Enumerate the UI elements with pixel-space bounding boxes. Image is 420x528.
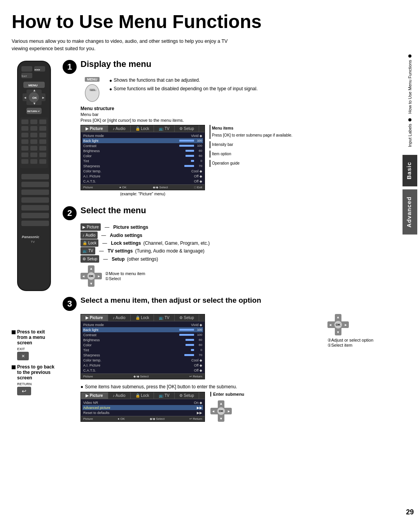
step1-inner: MENU MENU ● Shows (80, 77, 373, 103)
svg-text:▪: ▪ (22, 74, 23, 76)
svg-rect-28 (39, 133, 46, 137)
menu-bar-label: Menu bar (80, 112, 373, 117)
sub-dpad-left: ◄ (212, 409, 215, 413)
sub-tab-picture: ▶ Picture (81, 392, 108, 399)
menu-row-colortemp: Color temp.Cool ◆ (82, 168, 203, 174)
svg-text:OK: OK (32, 96, 37, 100)
remote-svg: EXIT ▪ ▶▶▶ MENU OK ▲ ▼ ◄ ► (12, 59, 56, 324)
page-number: 29 (406, 508, 414, 516)
s3-row-sharpness: Sharpness70 (82, 353, 203, 358)
menu-row-mode: Picture modeVivid ◆ (82, 133, 203, 138)
submenu-bottom-area: ▶ Picture ♪ Audio 🔒 Lock 📺 TV ⚙ Setup Vi… (80, 392, 373, 422)
sub-row-videonr: Video NROn ◆ (82, 400, 203, 405)
menu-tab-audio: ♪ Audio (108, 125, 131, 132)
svg-rect-44 (21, 197, 49, 203)
sub-dpad-right: ► (227, 409, 231, 413)
s3-row-brightness: Brightness60 (82, 337, 203, 342)
return-button-icon[interactable]: ↩ (17, 387, 31, 395)
dpad-up-arrow: ▲ (89, 267, 93, 270)
menu-structure-title: Menu structure (80, 106, 373, 111)
item-option-callout: Item option (210, 151, 292, 158)
s3-row-cats: C.A.T.S.Off ◆ (82, 368, 203, 373)
svg-point-50 (85, 84, 99, 102)
press-exit-label: Press to exit from a menu screen (12, 329, 56, 346)
menu-tab-tv: 📺 TV (154, 125, 174, 132)
sub-tab-tv: 📺 TV (154, 392, 174, 399)
svg-rect-27 (30, 133, 37, 137)
s3-row-backlight: Back light100 (82, 327, 203, 332)
s3-row-color: Color60 (82, 342, 203, 347)
step1-title: Display the menu (80, 59, 151, 69)
svg-text:MENU: MENU (91, 89, 96, 91)
svg-rect-29 (21, 139, 28, 144)
enter-submenu-area: Enter submenu OK ▲ ▼ ◄ ► (210, 392, 244, 422)
step3-tab-audio: ♪ Audio (108, 314, 131, 321)
adjust-labels: ②Adjust or select option ①Select item (327, 338, 373, 348)
step1-header: 1 Display the menu (63, 59, 373, 74)
submenu-bullet: ● (80, 384, 83, 389)
step3-header-row: 3 Select a menu item, then adjust or sel… (63, 296, 373, 311)
step3-dpad-down: ▼ (336, 330, 340, 334)
menu-row-tint: Tint 0 (82, 158, 203, 163)
sidebar-dot-1 (408, 54, 411, 58)
dpad-left-arrow: ◄ (82, 274, 85, 278)
content-col: 1 Display the menu MENU MENU (63, 59, 373, 422)
return-button-area: RETURN ↩ (17, 382, 56, 395)
svg-text:EXIT: EXIT (22, 75, 27, 77)
settings-item-tv: 📺 TV — TV settings (Tuning, Audio mode &… (80, 247, 373, 255)
sub-dpad-up: ▲ (219, 402, 223, 405)
s3-row-ai: A.I. PictureOff ◆ (82, 363, 203, 368)
menu-structure-area: Menu structure Menu bar Press [OK] or [r… (80, 106, 373, 196)
step3-title: Select a menu item, then adjust or selec… (80, 296, 261, 305)
svg-text:TV: TV (31, 240, 35, 244)
svg-rect-22 (39, 119, 46, 124)
right-callouts: Menu items Press [OK] to enter submenu p… (210, 125, 292, 167)
bullet-dot-1: ● (109, 77, 112, 84)
main-content: How to Use Menu Functions Various menus … (0, 0, 397, 528)
svg-rect-46 (21, 213, 49, 218)
step3-menu-content: Picture modeVivid ◆ Back light100 Contra… (81, 321, 205, 374)
svg-rect-41 (21, 174, 49, 179)
two-col-layout: EXIT ▪ ▶▶▶ MENU OK ▲ ▼ ◄ ► (12, 59, 373, 422)
sub-tab-setup: ⚙ Setup (175, 392, 199, 399)
dpad-move-label: ②Move to menu item ①Select (105, 271, 145, 281)
bullet-item-1: ● Shows the functions that can be adjust… (109, 77, 373, 84)
sub-tab-lock: 🔒 Lock (131, 392, 154, 399)
svg-rect-38 (21, 159, 28, 164)
exit-button-icon[interactable]: ✕ (17, 352, 29, 360)
step3-tab-tv: 📺 TV (154, 314, 174, 321)
menu-row-color: Color 60 (82, 153, 203, 158)
menu-row-sharpness: Sharpness 70 (82, 163, 203, 168)
menu-button-badge: MENU (85, 77, 100, 82)
sidebar-dot-2 (408, 118, 411, 121)
svg-text:RETURN ↩: RETURN ↩ (27, 110, 40, 112)
menu-mockup: ▶ Picture ♪ Audio 🔒 Lock 📺 TV ⚙ Setup (80, 125, 205, 190)
svg-text:▶▶▶: ▶▶▶ (35, 68, 40, 71)
dpad-labeled: OK ▲ ▼ ◄ ► ②Move to menu item ①Select (80, 265, 373, 287)
menu-content: Picture modeVivid ◆ Back light 100 Contr… (81, 132, 205, 184)
submenu-dpad: OK ▲ ▼ ◄ ► (210, 400, 232, 422)
step2-title: Select the menu (80, 205, 146, 216)
svg-rect-45 (21, 205, 49, 210)
step1-circle: 1 (63, 60, 77, 74)
step3-dpad: OK ▲ ▼ ◄ ► (327, 314, 349, 335)
settings-item-setup: ⚙ Setup — Setup (other settings) (80, 255, 373, 263)
operation-guide-callout: Operation guide (210, 160, 292, 167)
svg-text:▼: ▼ (33, 102, 36, 105)
s3-row-contrast: Contrast100 (82, 332, 203, 337)
menu-body: Picture modeVivid ◆ Back light 100 Contr… (81, 132, 205, 184)
step3-dpad-ok[interactable]: OK (334, 321, 342, 329)
step3-menu-area: ▶ Picture ♪ Audio 🔒 Lock 📺 TV ⚙ Setup Pi… (80, 314, 322, 379)
svg-rect-1 (21, 66, 32, 72)
sub-row-advpicture: Advanced picture▶▶ (82, 405, 203, 410)
step3-area: 3 Select a menu item, then adjust or sel… (63, 296, 373, 422)
step3-menu-bottom: Picture◆/◆ Select↩ Return (81, 374, 205, 379)
step2-header: 2 Select the menu (63, 205, 373, 220)
sidebar-text-input-labels: Input Labels (407, 124, 413, 147)
page-title: How to Use Menu Functions (12, 12, 373, 32)
menu-items-callout: Menu items Press [OK] to enter submenu p… (210, 125, 292, 139)
exit-label: EXIT (17, 347, 56, 351)
submenu-top: ▶ Picture ♪ Audio 🔒 Lock 📺 TV ⚙ Setup (81, 392, 205, 399)
press-return-label: Press to go back to the previous screen (12, 364, 56, 381)
setup-badge: ⚙ Setup (80, 255, 99, 263)
